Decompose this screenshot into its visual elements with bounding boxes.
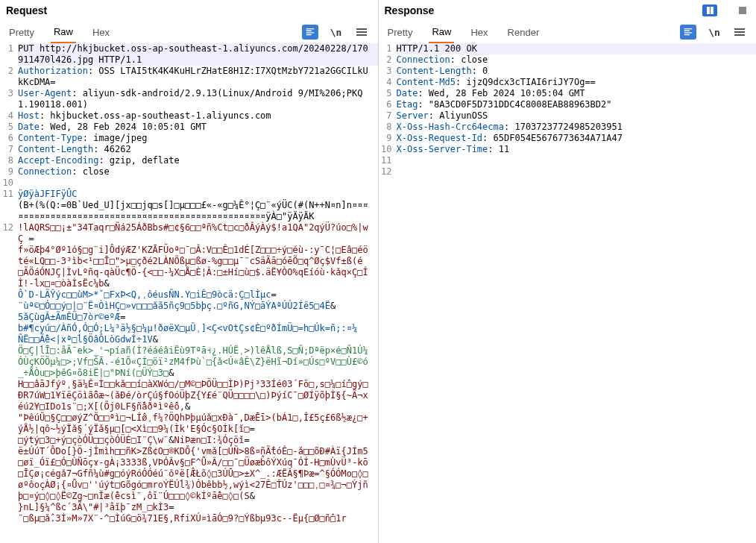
line-text: User-Agent: aliyun-sdk-android/2.9.13(Li… — [18, 88, 378, 110]
view-single-button[interactable] — [735, 4, 750, 16]
code-line[interactable]: 6Etag: "8A3CD0F5D731DDC4C8008EAB88963BD2… — [379, 99, 757, 110]
code-line[interactable]: b#¶cyú□/ÀñÓ,Ó□Ó;L¼³ä½§□¼µ!ðøëX□µŨˌ]<Ç<vO… — [0, 323, 378, 334]
line-text: 5ǎÇùgǍ±ÃmÊÜ□7òr©eºÆ= — [18, 312, 378, 323]
code-line[interactable]: 5Date: Wed, 28 Feb 2024 10:05:04 GMT — [379, 88, 757, 99]
line-number — [0, 200, 18, 222]
view-columns-button[interactable] — [702, 4, 717, 16]
line-text: X-Oss-Hash-Crc64ecma: 170372377249852039… — [397, 122, 757, 133]
line-number: 12 — [0, 222, 18, 245]
tab-raw[interactable]: Raw — [51, 22, 76, 43]
line-text: Content-Length: 0 — [397, 66, 757, 77]
code-line[interactable]: 3User-Agent: aliyun-sdk-android/2.9.13(L… — [0, 88, 378, 110]
code-line[interactable]: 3Content-Length: 0 — [379, 66, 757, 77]
view-mode-buttons — [702, 4, 750, 16]
code-line[interactable]: 1HTTP/1.1 200 OK — [379, 43, 757, 54]
line-text: Etag: "8A3CD0F5D731DDC4C8008EAB88963BD2" — [397, 99, 757, 110]
code-line[interactable]: Ô`D-LÃŶýc□□ùM>*ˇ□FxÞ<Q,ˌôéusÑN.Y□iÊ□9òcä… — [0, 289, 378, 301]
code-line[interactable]: ¨ùª©□Ó□□ý□|□¨Ë¤ÒìHÇ□»v□□□ǎã5ñç9□5bþç.□ºñ… — [0, 301, 378, 312]
request-toolbar: \n — [302, 25, 369, 40]
prettify-button[interactable] — [680, 25, 696, 40]
line-number — [0, 412, 18, 435]
line-number — [0, 312, 18, 323]
code-line[interactable]: ¨□ßµ□ǎ̂.3Ì»M»7X¨-^□ÌúG□ö¾71E§,RfiXÚ¤ìāÓ□… — [0, 513, 378, 524]
tab-pretty[interactable]: Pretty — [6, 22, 37, 43]
line-wrap-toggle[interactable]: \n — [707, 25, 722, 40]
code-line[interactable]: 5ǎÇùgǍ±ÃmÊÜ□7òr©eºÆ= — [0, 312, 378, 323]
code-line[interactable]: ÑË□□Ã̂è<|xª□ĺ§ÖâÔLòGdwÍ÷1V& — [0, 334, 378, 345]
code-line[interactable]: ë±ÚúT´ÔDo[}Ö-jÍmìh□□ñK>Zß¢O□®KDǑ{'vmǎ[□Ú… — [0, 446, 378, 502]
line-text: Connection: close — [397, 54, 757, 66]
request-content[interactable]: 1PUT http://hkjbucket.oss-ap-southeast-1… — [0, 43, 378, 543]
tab-render[interactable]: Render — [505, 22, 543, 43]
tab-hex[interactable]: Hex — [89, 22, 113, 43]
code-line[interactable]: 7Server: AliyunOSS — [379, 110, 757, 122]
code-line[interactable]: 11 — [379, 155, 757, 166]
code-line[interactable]: □ýtý□3□+ý□çòÓÜ□□çòÓÜÉ□I¨Ç\w¨&NiÞæn□I:¾Óç… — [0, 435, 378, 446]
code-line[interactable]: 2Authorization: OSS LTAI5tK4K4KuHLrZHatE… — [0, 66, 378, 88]
request-title: Request — [6, 4, 372, 16]
response-pane: Response Pretty Raw Hex Render \n 1HTTP/… — [379, 0, 757, 543]
line-number: 5 — [0, 122, 18, 133]
line-text: □ýtý□3□+ý□çòÓÜ□□çòÓÜÉ□I¨Ç\w¨&NiÞæn□I:¾Óç… — [18, 435, 378, 446]
line-number — [0, 334, 18, 345]
line-number — [0, 379, 18, 412]
code-line[interactable]: 7Content-Length: 46262 — [0, 144, 378, 155]
line-number: 5 — [379, 88, 397, 99]
code-line[interactable]: (B+(%(Q:=0B`Ued_U][jx□□jq□s[]□µ□□□£«-«g□… — [0, 200, 378, 222]
code-line[interactable]: "ÞêúŨ□§Ç□□øýZ^Õ□□ªì□¬LÍ̂øˌf¼?ÖQhÞþµúǎ□xÐ… — [0, 412, 378, 435]
code-line[interactable]: 8Accept-Encoding: gzip, deflate — [0, 155, 378, 166]
tab-pretty[interactable]: Pretty — [385, 22, 416, 43]
request-pane: Request Pretty Raw Hex \n 1PUT http://hk… — [0, 0, 379, 543]
line-number: 11 — [0, 189, 18, 200]
line-text: Ô`D-LÃŶýc□□ùM>*ˇ□FxÞ<Q,ˌôéusÑN.Y□iÊ□9òcä… — [18, 289, 378, 301]
code-line[interactable]: 9X-Oss-Request-Id: 65DF054E5676773634A71… — [379, 133, 757, 144]
line-text — [18, 178, 378, 189]
line-text: X-Oss-Request-Id: 65DF054E5676773634A71A… — [397, 133, 757, 144]
code-line[interactable]: 12 — [379, 166, 757, 178]
code-line[interactable]: f»öÆþ4°Øº1ó§□g¨i]ÔdýÆZ'KZĀFÜoª□¯□Ǎ:V□□Ê□… — [0, 245, 378, 289]
line-number: 8 — [0, 155, 18, 166]
menu-icon[interactable] — [354, 25, 369, 40]
code-line[interactable]: 12!lAQRS□□¡±"34Taqr□Ñá25ÁðBbs#□¢§6□□ªñ%C… — [0, 222, 378, 245]
menu-icon[interactable] — [732, 25, 747, 40]
line-text: PUT http://hkjbucket.oss-ap-southeast-1.… — [18, 43, 378, 66]
line-number — [0, 502, 18, 513]
code-line[interactable]: 6Content-Type: image/jpeg — [0, 133, 378, 144]
code-line[interactable]: 2Connection: close — [379, 54, 757, 66]
code-line[interactable]: 10X-Oss-Server-Time: 11 — [379, 144, 757, 155]
line-text: Accept-Encoding: gzip, deflate — [18, 155, 378, 166]
prettify-button[interactable] — [302, 25, 318, 40]
code-line[interactable]: Ö□Ç|ĺĪ□:åÃ¯ek>_'¬píañ(Ì?éáéâiËù9Tªā˧¿.HÚ… — [0, 345, 378, 379]
code-line[interactable]: }nL]§¼^ßc´3Ã\"#|³åǐþ¯zM_□kÌ3= — [0, 502, 378, 513]
line-text — [397, 155, 757, 166]
line-number: 6 — [0, 133, 18, 144]
line-number — [0, 345, 18, 379]
view-rows-button[interactable] — [719, 4, 734, 16]
line-text: }nL]§¼^ßc´3Ã\"#|³åǐþ¯zM_□kÌ3= — [18, 502, 378, 513]
code-line[interactable]: 4Host: hkjbucket.oss-ap-southeast-1.aliy… — [0, 110, 378, 122]
line-text — [397, 166, 757, 178]
line-wrap-toggle[interactable]: \n — [329, 25, 344, 40]
code-line[interactable]: 11ÿØÿàJFIFÿÛC — [0, 189, 378, 200]
line-text: "ÞêúŨ□§Ç□□øýZ^Õ□□ªì□¬LÍ̂øˌf¼?ÖQhÞþµúǎ□xÐ… — [18, 412, 378, 435]
code-line[interactable]: 10 — [0, 178, 378, 189]
tab-raw[interactable]: Raw — [429, 22, 454, 43]
code-line[interactable]: 8X-Oss-Hash-Crc64ecma: 17037237724985203… — [379, 122, 757, 133]
line-number: 2 — [379, 54, 397, 66]
response-header: Response — [379, 0, 757, 21]
line-text: ¨□ßµ□ǎ̂.3Ì»M»7X¨-^□ÌúG□ö¾71E§,RfiXÚ¤ìāÓ□… — [18, 513, 378, 524]
line-number: 6 — [379, 99, 397, 110]
code-line[interactable]: 4Content-Md5: ijzQ9dcx3cTIAI6riJY7Og== — [379, 77, 757, 88]
tab-hex[interactable]: Hex — [467, 22, 491, 43]
response-content[interactable]: 1HTTP/1.1 200 OK2Connection: close3Conte… — [379, 43, 757, 543]
code-line[interactable]: H□□âāJfýºˌ§ä¼Ě¤Ì□□kǎ□□í□àXWó□/□M©□ÞÖÜ□□Ì… — [0, 379, 378, 412]
line-text: Date: Wed, 28 Feb 2024 10:05:01 GMT — [18, 122, 378, 133]
line-number: 1 — [379, 43, 397, 54]
code-line[interactable]: 5Date: Wed, 28 Feb 2024 10:05:01 GMT — [0, 122, 378, 133]
line-number — [0, 245, 18, 289]
line-number: 4 — [379, 77, 397, 88]
code-line[interactable]: 1PUT http://hkjbucket.oss-ap-southeast-1… — [0, 43, 378, 66]
code-line[interactable]: 9Connection: close — [0, 166, 378, 178]
response-title: Response — [385, 4, 703, 16]
line-text: Server: AliyunOSS — [397, 110, 757, 122]
